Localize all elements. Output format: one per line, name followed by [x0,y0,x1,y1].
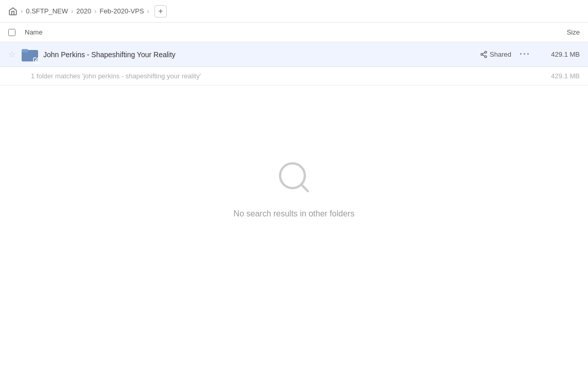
file-size: 429.1 MB [539,50,580,58]
empty-state-text: No search results in other folders [234,209,355,218]
breadcrumb-item-feb[interactable]: Feb-2020-VPS [100,7,144,15]
svg-line-8 [301,184,308,191]
breadcrumb-sep-3: › [94,7,96,15]
match-text: 1 folder matches 'john perkins - shapesh… [31,72,551,80]
svg-rect-1 [22,49,28,52]
breadcrumb-sep-4: › [147,7,149,15]
select-all-checkbox-wrapper[interactable] [8,29,21,36]
more-options-button[interactable]: ··· [520,49,530,60]
breadcrumb-sep-1: › [21,7,23,15]
breadcrumb-item-sftp[interactable]: 0.SFTP_NEW [26,7,68,15]
breadcrumb-bar: › 0.SFTP_NEW › 2020 › Feb-2020-VPS › + [0,0,588,23]
select-all-checkbox[interactable] [8,29,15,36]
breadcrumb: › 0.SFTP_NEW › 2020 › Feb-2020-VPS › + [8,5,167,18]
table-row[interactable]: ☆ John Perkins - Shapeshifting Your Real… [0,42,588,67]
svg-line-6 [482,53,485,54]
match-size: 429.1 MB [551,72,580,80]
add-breadcrumb-button[interactable]: + [154,5,167,18]
file-name: John Perkins - Shapeshifting Your Realit… [43,50,480,59]
shared-label: Shared [490,50,511,58]
column-headers: Name Size [0,23,588,42]
shared-badge[interactable]: Shared [480,50,511,58]
star-icon[interactable]: ☆ [8,49,19,59]
match-info-row: 1 folder matches 'john perkins - shapesh… [0,67,588,86]
svg-line-5 [482,55,485,56]
breadcrumb-sep-2: › [71,7,73,15]
size-column-header: Size [539,28,580,36]
folder-icon [22,46,38,63]
breadcrumb-item-2020[interactable]: 2020 [76,7,91,15]
home-icon[interactable] [8,7,18,16]
search-icon [275,159,313,201]
empty-state: No search results in other folders [0,86,588,292]
name-column-header: Name [25,28,539,36]
